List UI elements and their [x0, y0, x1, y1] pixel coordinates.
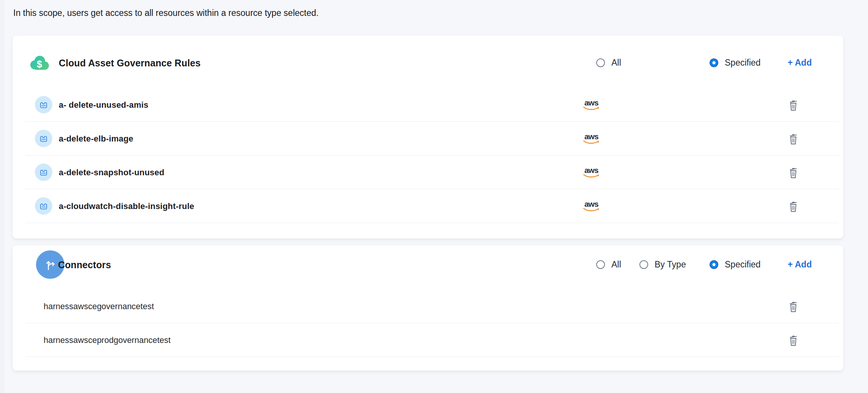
aws-logo: aws	[583, 200, 600, 212]
connector-name: harnessawscegovernancetest	[44, 302, 154, 311]
table-row: harnessawsceprodgovernancetest	[13, 323, 843, 357]
governance-rules-card: $ Cloud Asset Governance Rules All Speci…	[13, 36, 843, 239]
svg-text:</>: </>	[42, 104, 46, 107]
card-title: Connectors	[58, 259, 111, 270]
aws-logo: aws	[583, 167, 600, 179]
radio-label: By Type	[655, 259, 686, 270]
rule-ticket-icon: </>	[35, 163, 52, 181]
table-row: harnessawscegovernancetest	[13, 289, 843, 323]
rule-ticket-icon: </>	[35, 197, 52, 215]
radio-option-by-type[interactable]: By Type	[639, 259, 686, 270]
rule-name: a-delete-snapshot-unused	[59, 168, 165, 178]
aws-logo: aws	[583, 133, 600, 145]
rules-list: </> a- delete-unused-amis aws	[13, 88, 843, 223]
radio-icon	[710, 260, 718, 269]
svg-text:</>: </>	[42, 205, 46, 209]
connectors-card: Connectors All By Type Specified + Add h…	[13, 245, 843, 371]
radio-label: Specified	[725, 57, 761, 68]
aws-logo: aws	[583, 99, 600, 111]
rule-ticket-icon: </>	[35, 96, 52, 113]
radio-label: All	[611, 259, 621, 270]
delete-button[interactable]	[788, 300, 799, 313]
svg-text:</>: </>	[42, 138, 46, 141]
delete-button[interactable]	[788, 132, 799, 146]
table-row: </> a-delete-elb-image aws	[13, 122, 843, 156]
add-rule-button[interactable]: + Add	[788, 57, 812, 68]
radio-icon	[596, 58, 605, 67]
trash-icon	[788, 132, 799, 145]
rule-ticket-icon: </>	[35, 130, 52, 147]
svg-text:$: $	[37, 59, 42, 69]
table-row: </> a-cloudwatch-disable-insight-rule aw…	[13, 189, 843, 223]
table-row: </> a- delete-unused-amis aws	[13, 88, 843, 122]
table-row: </> a-delete-snapshot-unused aws	[13, 156, 843, 189]
radio-icon	[596, 260, 605, 269]
trash-icon	[788, 200, 799, 212]
delete-button[interactable]	[788, 200, 799, 213]
radio-label: Specified	[725, 259, 761, 270]
radio-option-all[interactable]: All	[596, 259, 621, 270]
add-connector-button[interactable]: + Add	[788, 259, 812, 270]
radio-option-all[interactable]: All	[596, 57, 621, 68]
delete-button[interactable]	[788, 98, 799, 112]
connector-name: harnessawsceprodgovernancetest	[44, 335, 171, 345]
rule-name: a-delete-elb-image	[59, 134, 133, 144]
radio-icon	[710, 58, 718, 67]
rule-name: a- delete-unused-amis	[59, 100, 148, 110]
scope-description: In this scope, users get access to all r…	[13, 8, 318, 18]
radio-option-specified[interactable]: Specified	[710, 57, 761, 68]
cloud-dollar-icon: $	[28, 55, 50, 70]
radio-label: All	[611, 57, 621, 68]
trash-icon	[788, 98, 799, 111]
radio-option-specified[interactable]: Specified	[710, 259, 761, 270]
delete-button[interactable]	[788, 333, 799, 347]
trash-icon	[788, 333, 799, 346]
connectors-list: harnessawscegovernancetest harnessawscep…	[13, 289, 843, 357]
radio-icon	[639, 260, 648, 269]
rule-name: a-cloudwatch-disable-insight-rule	[59, 201, 194, 211]
svg-text:</>: </>	[42, 171, 46, 175]
left-panel-edge	[0, 0, 4, 393]
card-title: Cloud Asset Governance Rules	[59, 58, 201, 69]
trash-icon	[788, 300, 799, 313]
trash-icon	[788, 166, 799, 179]
delete-button[interactable]	[788, 166, 799, 179]
